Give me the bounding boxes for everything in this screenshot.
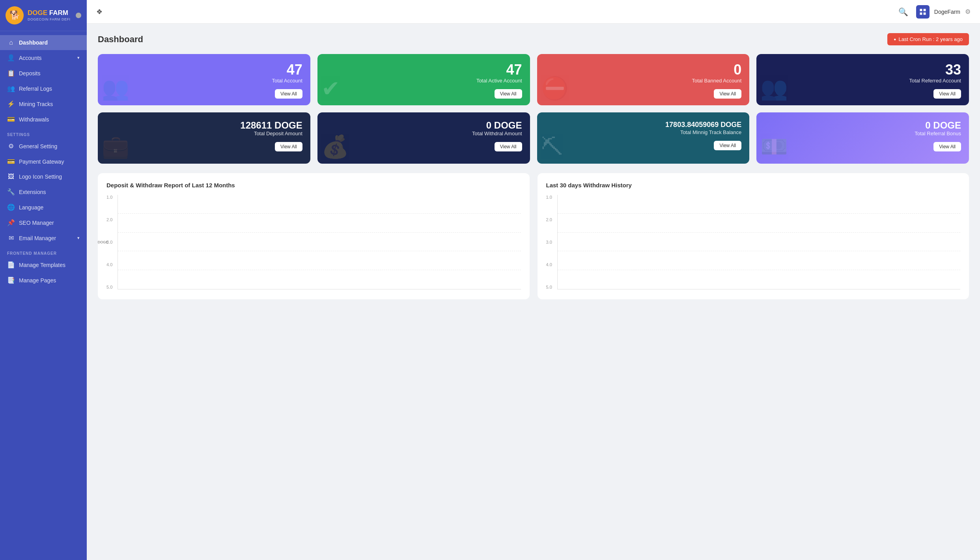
frontend-section-label: FRONTEND MANAGER [0, 246, 87, 257]
username-label: DogeFarm [934, 9, 960, 15]
sidebar-item-accounts[interactable]: 👤 Accounts ▾ [0, 50, 87, 65]
sidebar-item-referral-logs[interactable]: 👥 Referral Logs [0, 81, 87, 96]
avatar [916, 5, 930, 19]
card-bg-icon: 💼 [102, 134, 129, 160]
stat-label: Total Account [106, 78, 302, 84]
pages-icon: 📑 [7, 276, 15, 284]
cron-badge: ● Last Cron Run : 2 years ago [887, 33, 969, 45]
chevron-down-icon: ▾ [77, 235, 80, 241]
sidebar-item-mining-tracks[interactable]: ⚡ Mining Tracks [0, 96, 87, 112]
sidebar-item-label: Referral Logs [19, 86, 52, 92]
chart-title: Last 30 days Withdraw History [546, 182, 961, 189]
cron-label: Last Cron Run : 2 years ago [898, 36, 963, 42]
withdraw-history-chart: Last 30 days Withdraw History 5.0 4.0 3.… [538, 173, 969, 299]
sidebar-item-label: Manage Pages [19, 277, 56, 284]
cron-dot-icon: ● [894, 37, 896, 41]
chevron-down-icon: ▾ [77, 55, 80, 60]
charts-grid: Deposit & Withdraw Report of Last 12 Mon… [98, 173, 969, 299]
stat-label: Total Minnig Track Balance [545, 129, 742, 135]
online-dot [76, 13, 81, 18]
extensions-icon: 🔧 [7, 188, 15, 196]
brand-name: DOGE FARM [28, 9, 71, 17]
view-all-button[interactable]: View All [275, 89, 302, 99]
stat-card-total-deposit: 💼 128611 DOGE Total Deposit Amount View … [98, 112, 310, 164]
sidebar-item-extensions[interactable]: 🔧 Extensions [0, 184, 87, 200]
sidebar: 🐕 DOGE FARM DOGECOIN FARM DEFI ⌂ Dashboa… [0, 0, 87, 560]
payment-icon: 💳 [7, 158, 15, 165]
sidebar-item-label: Manage Templates [19, 262, 65, 268]
mining-icon: ⚡ [7, 100, 15, 108]
stats-bottom-grid: 💼 128611 DOGE Total Deposit Amount View … [98, 112, 969, 164]
sidebar-item-label: SEO Manager [19, 220, 54, 226]
sidebar-item-general-setting[interactable]: ⚙ General Setting [0, 138, 87, 154]
stat-number: 0 DOGE [325, 120, 522, 131]
sidebar-item-label: Mining Tracks [19, 101, 53, 107]
email-icon: ✉ [7, 234, 15, 242]
view-all-button[interactable]: View All [933, 89, 961, 99]
seo-icon: 📌 [7, 219, 15, 226]
y-axis: DOGE 5.0 4.0 3.0 2.0 1.0 [106, 195, 118, 289]
collapse-icon[interactable]: ❖ [96, 7, 103, 16]
logo-icon: 🐕 [6, 6, 24, 24]
stat-number: 33 [764, 62, 961, 78]
stat-card-referral-bonus: 💵 0 DOGE Total Referral Bonus View All [756, 112, 969, 164]
withdraw-icon: 💳 [7, 116, 15, 123]
sidebar-item-label: Payment Gateway [19, 159, 64, 165]
sidebar-item-manage-pages[interactable]: 📑 Manage Pages [0, 273, 87, 288]
sidebar-item-label: Dashboard [19, 39, 48, 46]
view-all-button[interactable]: View All [714, 89, 741, 99]
card-bg-icon: 💰 [321, 134, 349, 160]
stat-label: Total Deposit Amount [106, 131, 302, 136]
view-all-button[interactable]: View All [714, 141, 741, 150]
sidebar-item-withdrawals[interactable]: 💳 Withdrawals [0, 112, 87, 127]
stat-number: 47 [106, 62, 302, 78]
sidebar-item-email-manager[interactable]: ✉ Email Manager ▾ [0, 230, 87, 246]
chart-plot-area [557, 195, 961, 289]
chart-plot-area [118, 195, 521, 289]
sidebar-item-manage-templates[interactable]: 📄 Manage Templates [0, 257, 87, 273]
stat-card-total-banned: ⛔ 0 Total Banned Account View All [537, 54, 750, 105]
stat-card-total-withdraw: 💰 0 DOGE Total Withdral Amount View All [317, 112, 530, 164]
svg-rect-2 [920, 12, 922, 15]
sidebar-item-payment-gateway[interactable]: 💳 Payment Gateway [0, 154, 87, 169]
view-all-button[interactable]: View All [495, 89, 522, 99]
view-all-button[interactable]: View All [933, 142, 961, 151]
sidebar-item-label: Withdrawals [19, 116, 49, 123]
page-title: Dashboard [98, 34, 143, 45]
stat-label: Total Banned Account [545, 78, 742, 84]
page-content: Dashboard ● Last Cron Run : 2 years ago … [87, 24, 980, 560]
sidebar-item-label: Accounts [19, 55, 42, 61]
sidebar-item-deposits[interactable]: 📋 Deposits [0, 65, 87, 81]
user-settings-icon[interactable]: ⚙ [965, 8, 971, 15]
sidebar-item-dashboard[interactable]: ⌂ Dashboard [0, 35, 87, 50]
view-all-button[interactable]: View All [275, 142, 302, 151]
sidebar-item-logo-icon-setting[interactable]: 🖼 Logo Icon Setting [0, 169, 87, 184]
sidebar-nav: ⌂ Dashboard 👤 Accounts ▾ 📋 Deposits 👥 Re… [0, 31, 87, 560]
sidebar-item-language[interactable]: 🌐 Language [0, 200, 87, 215]
settings-section-label: SETTINGS [0, 127, 87, 138]
stat-number: 47 [325, 62, 522, 78]
svg-rect-0 [920, 9, 922, 11]
sidebar-item-label: Logo Icon Setting [19, 174, 62, 180]
svg-rect-1 [924, 9, 926, 11]
stat-number: 17803.84059069 DOGE [545, 120, 742, 129]
stat-card-total-referred: 👥 33 Total Referred Account View All [756, 54, 969, 105]
sidebar-logo: 🐕 DOGE FARM DOGECOIN FARM DEFI [0, 0, 87, 31]
view-all-button[interactable]: View All [495, 142, 522, 151]
user-icon: 👤 [7, 54, 15, 62]
svg-rect-3 [924, 12, 926, 15]
search-icon[interactable]: 🔍 [898, 7, 908, 17]
stat-number: 0 [545, 62, 742, 78]
chart-area: DOGE 5.0 4.0 3.0 2.0 1.0 [106, 195, 521, 289]
chart-title: Deposit & Withdraw Report of Last 12 Mon… [106, 182, 521, 189]
stat-card-mining-track: ⛏ 17803.84059069 DOGE Total Minnig Track… [537, 112, 750, 164]
brand-sub: DOGECOIN FARM DEFI [28, 17, 71, 22]
main-content: ❖ 🔍 DogeFarm ⚙ Dashboard ● Last Cron Run… [87, 0, 980, 560]
sidebar-item-seo-manager[interactable]: 📌 SEO Manager [0, 215, 87, 230]
stat-card-total-account: 👥 47 Total Account View All [98, 54, 310, 105]
language-icon: 🌐 [7, 203, 15, 211]
stat-label: Total Active Account [325, 78, 522, 84]
deposit-icon: 📋 [7, 69, 15, 77]
sidebar-item-label: General Setting [19, 143, 57, 149]
stat-card-total-active: ✔ 47 Total Active Account View All [317, 54, 530, 105]
